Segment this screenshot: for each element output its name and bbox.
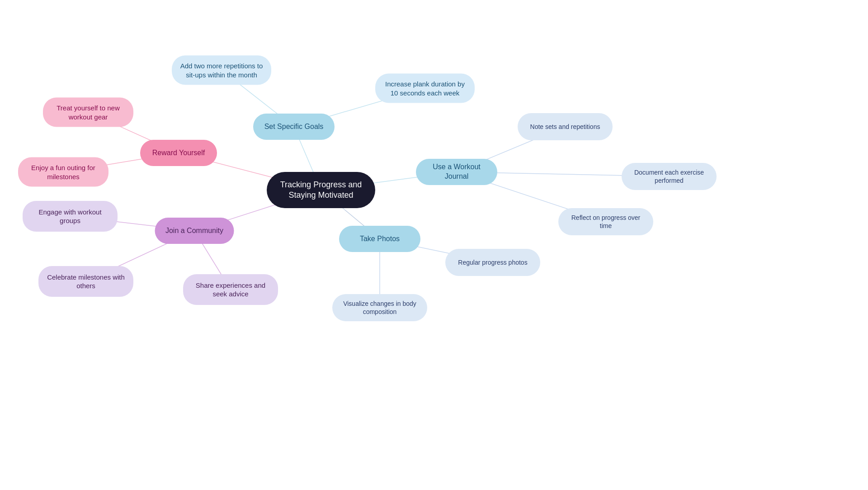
document-exercise-node: Document each exercise performed — [622, 163, 717, 190]
add-reps-node: Add two more repetitions to sit-ups with… — [172, 56, 271, 85]
fun-outing-node: Enjoy a fun outing for milestones — [18, 157, 108, 187]
share-experiences-node: Share experiences and seek advice — [183, 274, 278, 305]
celebrate-milestones-node: Celebrate milestones with others — [38, 266, 133, 297]
workout-journal-node: Use a Workout Journal — [416, 159, 497, 185]
take-photos-node: Take Photos — [339, 226, 420, 252]
regular-photos-node: Regular progress photos — [445, 249, 540, 276]
reward-yourself-node: Reward Yourself — [140, 140, 217, 166]
join-community-node: Join a Community — [155, 218, 234, 244]
reflect-progress-node: Reflect on progress over time — [558, 208, 653, 235]
plank-node: Increase plank duration by 10 seconds ea… — [375, 74, 475, 103]
center-label: Tracking Progress and Staying Motivated — [275, 180, 367, 201]
engage-groups-node: Engage with workout groups — [23, 201, 118, 232]
center-node: Tracking Progress and Staying Motivated — [267, 172, 375, 208]
set-goals-node: Set Specific Goals — [253, 114, 335, 140]
note-sets-node: Note sets and repetitions — [518, 113, 613, 140]
workout-gear-node: Treat yourself to new workout gear — [43, 98, 133, 127]
visualize-changes-node: Visualize changes in body composition — [332, 294, 427, 321]
